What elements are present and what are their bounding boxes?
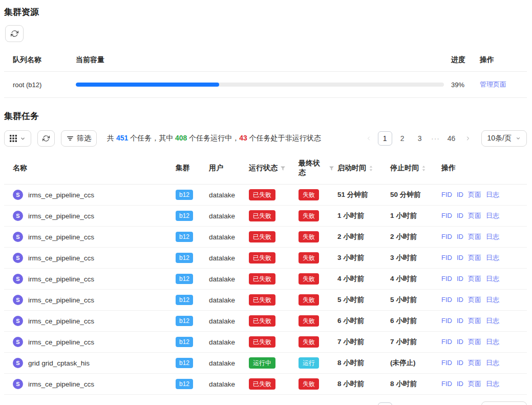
fid-link[interactable]: FID xyxy=(441,380,452,388)
fid-link[interactable]: FID xyxy=(441,254,452,261)
log-link[interactable]: 日志 xyxy=(486,233,499,240)
task-row: Sirms_ce_pipeline_ccsb12datalake已失败失败4 小… xyxy=(4,269,527,290)
grid-view-dropdown-button[interactable] xyxy=(4,130,31,147)
cluster-badge: b12 xyxy=(176,295,193,305)
filter-funnel-icon[interactable] xyxy=(280,166,286,171)
page-button-46[interactable]: 46 xyxy=(444,131,459,146)
page-size-value: 10条/页 xyxy=(487,134,512,143)
task-row: Sirms_ce_pipeline_ccsb12datalake已失败失败51 … xyxy=(4,185,527,206)
fid-link[interactable]: FID xyxy=(441,359,452,367)
log-link[interactable]: 日志 xyxy=(486,359,499,367)
id-link[interactable]: ID xyxy=(457,212,463,219)
page-size-select[interactable]: 10条/页 xyxy=(481,130,527,147)
log-link[interactable]: 日志 xyxy=(486,191,499,198)
page-button-2[interactable]: 2 xyxy=(395,402,410,405)
col-cluster: 集群 xyxy=(176,154,209,185)
page-link[interactable]: 页面 xyxy=(468,296,481,303)
id-link[interactable]: ID xyxy=(457,275,463,282)
queue-row: root (b12) 39% 管理页面 xyxy=(4,72,527,98)
resources-refresh-button[interactable] xyxy=(5,25,24,42)
page-link[interactable]: 页面 xyxy=(468,191,481,198)
id-link[interactable]: ID xyxy=(457,296,463,303)
page-ellipsis[interactable]: ··· xyxy=(430,134,441,143)
task-user: datalake xyxy=(209,191,235,199)
page-link[interactable]: 页面 xyxy=(468,317,481,325)
id-link[interactable]: ID xyxy=(457,359,463,367)
run-status-badge: 运行中 xyxy=(249,357,275,369)
page-link[interactable]: 页面 xyxy=(468,212,481,219)
fid-link[interactable]: FID xyxy=(441,317,452,325)
sort-icon[interactable] xyxy=(369,165,373,172)
page-link[interactable]: 页面 xyxy=(468,380,481,388)
manage-page-link[interactable]: 管理页面 xyxy=(480,80,506,88)
page-button-46[interactable]: 46 xyxy=(444,402,459,405)
log-link[interactable]: 日志 xyxy=(486,338,499,346)
refresh-icon xyxy=(42,135,50,142)
filter-button[interactable]: 筛选 xyxy=(61,130,97,147)
sort-icon[interactable] xyxy=(421,165,426,172)
page-link[interactable]: 页面 xyxy=(468,233,481,240)
tasks-header-row: 名称 集群 用户 运行状态 最终状态 启动时间 停止时间 操作 xyxy=(4,154,527,185)
filter-funnel-icon[interactable] xyxy=(329,166,334,171)
id-link[interactable]: ID xyxy=(457,191,463,198)
task-name: grid grid_cptask_his xyxy=(28,359,90,367)
fid-link[interactable]: FID xyxy=(441,212,452,219)
task-name: irms_ce_pipeline_ccs xyxy=(28,254,94,262)
run-status-badge: 已失败 xyxy=(249,336,275,348)
stop-time: 6 小时前 xyxy=(390,311,441,332)
prev-page-button[interactable] xyxy=(363,403,375,405)
log-link[interactable]: 日志 xyxy=(486,275,499,282)
spark-task-icon: S xyxy=(13,295,23,305)
id-link[interactable]: ID xyxy=(457,233,463,240)
summary-text: 个任务运行中， xyxy=(187,134,239,142)
fid-link[interactable]: FID xyxy=(441,233,452,240)
log-link[interactable]: 日志 xyxy=(486,254,499,261)
id-link[interactable]: ID xyxy=(457,380,463,388)
next-page-button[interactable] xyxy=(462,132,474,145)
page-button-1[interactable]: 1 xyxy=(378,131,392,146)
cluster-badge: b12 xyxy=(176,316,193,326)
start-time: 8 小时前 xyxy=(337,374,390,395)
pagination-top: 123···46 xyxy=(363,131,474,146)
task-user: datalake xyxy=(209,296,235,304)
task-name: irms_ce_pipeline_ccs xyxy=(28,296,94,304)
task-row: Sirms_ce_pipeline_ccsb12datalake已失败失败8 小… xyxy=(4,374,527,395)
cluster-badge: b12 xyxy=(176,337,193,347)
non-running-count: 43 xyxy=(239,134,247,142)
fid-link[interactable]: FID xyxy=(441,191,452,198)
page-button-3[interactable]: 3 xyxy=(413,131,427,146)
tasks-section-title: 集群任务 xyxy=(4,110,527,122)
log-link[interactable]: 日志 xyxy=(486,380,499,388)
fid-link[interactable]: FID xyxy=(441,275,452,282)
page-link[interactable]: 页面 xyxy=(468,359,481,367)
id-link[interactable]: ID xyxy=(457,338,463,346)
page-button-2[interactable]: 2 xyxy=(395,131,410,146)
log-link[interactable]: 日志 xyxy=(486,296,499,303)
run-status-badge: 已失败 xyxy=(249,315,275,327)
page-button-1[interactable]: 1 xyxy=(378,402,392,405)
log-link[interactable]: 日志 xyxy=(486,317,499,325)
stop-time: 8 小时前 xyxy=(390,374,441,395)
task-row: Sirms_ce_pipeline_ccsb12datalake已失败失败3 小… xyxy=(4,248,527,269)
fid-link[interactable]: FID xyxy=(441,296,452,303)
total-count: 451 xyxy=(116,134,128,142)
page-button-3[interactable]: 3 xyxy=(413,402,427,405)
next-page-button[interactable] xyxy=(462,403,474,405)
summary-text: 个任务，其中 xyxy=(128,134,175,142)
prev-page-button[interactable] xyxy=(363,132,375,145)
page-link[interactable]: 页面 xyxy=(468,254,481,261)
fid-link[interactable]: FID xyxy=(441,338,452,346)
spark-task-icon: S xyxy=(13,337,23,347)
log-link[interactable]: 日志 xyxy=(486,212,499,219)
final-status-badge: 失败 xyxy=(299,189,319,200)
final-status-badge: 失败 xyxy=(299,252,319,264)
page-link[interactable]: 页面 xyxy=(468,275,481,282)
stop-time: (未停止) xyxy=(390,353,441,374)
id-link[interactable]: ID xyxy=(457,254,463,261)
tasks-refresh-button[interactable] xyxy=(37,130,55,147)
page-link[interactable]: 页面 xyxy=(468,338,481,346)
col-name: 名称 xyxy=(4,154,176,185)
start-time: 8 小时前 xyxy=(337,353,390,374)
id-link[interactable]: ID xyxy=(457,317,463,325)
page-size-select[interactable]: 10条/页 xyxy=(481,401,527,405)
